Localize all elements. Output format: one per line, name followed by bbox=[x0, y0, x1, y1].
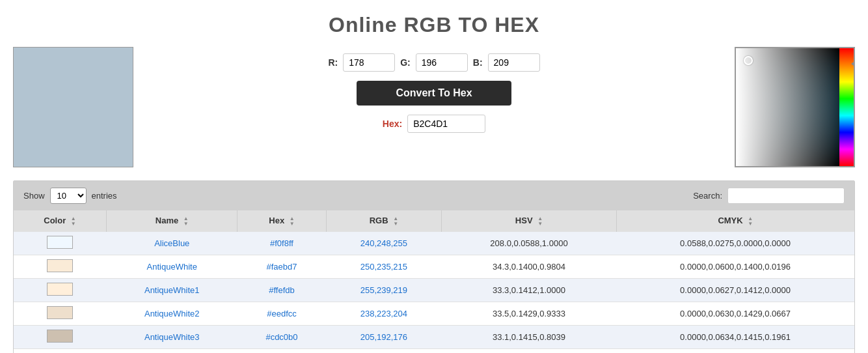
table-row: AliceBlue#f0f8ff240,248,255208.0,0.0588,… bbox=[14, 232, 854, 255]
cell-cmyk: 0.0588,0.0275,0.0000,0.0000 bbox=[616, 232, 854, 255]
cell-name[interactable]: AntiqueWhite3 bbox=[107, 325, 237, 348]
color-swatch bbox=[47, 306, 73, 319]
cell-hex[interactable]: #cdc0b0 bbox=[237, 325, 326, 348]
cell-color bbox=[14, 325, 107, 348]
b-label: B: bbox=[473, 57, 483, 68]
cell-rgb[interactable]: 238,223,204 bbox=[326, 302, 442, 325]
cell-cmyk: 0.0000,0.0634,0.1415,0.1961 bbox=[616, 325, 854, 348]
col-header-cmyk[interactable]: CMYK ▲ ▼ bbox=[616, 210, 854, 232]
sort-down: ▼ bbox=[71, 221, 76, 227]
table-controls: Show 10 25 50 100 entries Search: bbox=[14, 181, 854, 210]
sort-down: ▼ bbox=[393, 221, 398, 227]
sort-down: ▼ bbox=[537, 221, 543, 227]
cell-rgb[interactable]: 205,192,176 bbox=[326, 325, 442, 348]
b-input[interactable] bbox=[488, 53, 540, 72]
cell-hex[interactable]: #eedfcc bbox=[237, 302, 326, 325]
g-label: G: bbox=[400, 57, 411, 68]
cell-color bbox=[14, 302, 107, 325]
col-header-name[interactable]: Name ▲ ▼ bbox=[107, 210, 237, 232]
controls-center: R: G: B: Convert To Hex Hex: bbox=[133, 47, 735, 133]
hex-label: Hex: bbox=[383, 119, 402, 129]
sort-down: ▼ bbox=[290, 221, 295, 227]
cell-hex[interactable]: #8b8378 bbox=[237, 348, 326, 353]
color-swatch bbox=[47, 283, 73, 296]
sort-icons-rgb: ▲ ▼ bbox=[393, 216, 398, 227]
cell-color bbox=[14, 278, 107, 302]
search-input[interactable] bbox=[727, 188, 845, 204]
color-preview bbox=[13, 47, 133, 167]
col-header-hsv[interactable]: HSV ▲ ▼ bbox=[442, 210, 616, 232]
cell-hex[interactable]: #faebd7 bbox=[237, 255, 326, 278]
cell-rgb[interactable]: 250,235,215 bbox=[326, 255, 442, 278]
col-header-hex[interactable]: Hex ▲ ▼ bbox=[237, 210, 326, 232]
cell-hsv: 208.0,0.0588,1.0000 bbox=[442, 232, 616, 255]
g-input[interactable] bbox=[416, 53, 468, 72]
spectrum-handle bbox=[851, 60, 855, 68]
color-picker[interactable] bbox=[735, 47, 855, 167]
page-title: Online RGB TO HEX bbox=[13, 7, 855, 47]
cell-cmyk: 0.0000,0.0576,0.1367,0.4549 bbox=[616, 348, 854, 353]
show-label: Show bbox=[23, 191, 45, 201]
data-table: Color ▲ ▼ Name ▲ ▼ Hex bbox=[14, 210, 854, 353]
cell-rgb[interactable]: 255,239,219 bbox=[326, 278, 442, 302]
color-gradient[interactable] bbox=[736, 48, 839, 166]
sort-down: ▼ bbox=[183, 221, 189, 227]
r-input[interactable] bbox=[343, 53, 395, 72]
cell-color bbox=[14, 348, 107, 353]
rgb-inputs: R: G: B: bbox=[328, 53, 539, 72]
r-label: R: bbox=[328, 57, 338, 68]
cell-name[interactable]: AntiqueWhite bbox=[107, 255, 237, 278]
sort-icons-hsv: ▲ ▼ bbox=[537, 216, 543, 227]
sort-down: ▼ bbox=[748, 221, 753, 227]
cell-hex[interactable]: #f0f8ff bbox=[237, 232, 326, 255]
page-wrapper: Online RGB TO HEX R: G: B: Convert To He… bbox=[0, 0, 868, 353]
cell-rgb[interactable]: 240,248,255 bbox=[326, 232, 442, 255]
color-swatch bbox=[47, 236, 73, 249]
color-swatch bbox=[47, 259, 73, 272]
search-area: Search: bbox=[693, 188, 845, 204]
cell-name[interactable]: AntiqueWhite4 bbox=[107, 348, 237, 353]
top-section: R: G: B: Convert To Hex Hex: bbox=[13, 47, 855, 167]
cell-hex[interactable]: #ffefdb bbox=[237, 278, 326, 302]
entries-select[interactable]: 10 25 50 100 bbox=[50, 188, 87, 204]
sort-icons-name: ▲ ▼ bbox=[183, 216, 189, 227]
cell-rgb[interactable]: 139,131,120 bbox=[326, 348, 442, 353]
sort-icons-hex: ▲ ▼ bbox=[290, 216, 295, 227]
table-row: AntiqueWhite2#eedfcc238,223,20433.5,0.14… bbox=[14, 302, 854, 325]
show-entries: Show 10 25 50 100 entries bbox=[23, 188, 117, 204]
cell-cmyk: 0.0000,0.0627,0.1412,0.0000 bbox=[616, 278, 854, 302]
search-label: Search: bbox=[693, 191, 722, 201]
sort-icons-color: ▲ ▼ bbox=[71, 216, 76, 227]
table-row: AntiqueWhite#faebd7250,235,21534.3,0.140… bbox=[14, 255, 854, 278]
cell-name[interactable]: AntiqueWhite2 bbox=[107, 302, 237, 325]
cell-name[interactable]: AntiqueWhite1 bbox=[107, 278, 237, 302]
cell-color bbox=[14, 255, 107, 278]
picker-handle[interactable] bbox=[744, 56, 753, 65]
color-swatch bbox=[47, 330, 73, 343]
cell-color bbox=[14, 232, 107, 255]
cell-hsv: 33.5,0.1429,0.9333 bbox=[442, 302, 616, 325]
color-spectrum[interactable] bbox=[839, 48, 854, 166]
convert-button[interactable]: Convert To Hex bbox=[357, 81, 511, 106]
entries-label: entries bbox=[92, 191, 117, 201]
cell-cmyk: 0.0000,0.0600,0.1400,0.0196 bbox=[616, 255, 854, 278]
sort-icons-cmyk: ▲ ▼ bbox=[748, 216, 753, 227]
cell-hsv: 33.1,0.1415,0.8039 bbox=[442, 325, 616, 348]
hex-output[interactable] bbox=[407, 115, 485, 133]
cell-name[interactable]: AliceBlue bbox=[107, 232, 237, 255]
table-row: AntiqueWhite1#ffefdb255,239,21933.3,0.14… bbox=[14, 278, 854, 302]
col-header-color[interactable]: Color ▲ ▼ bbox=[14, 210, 107, 232]
table-header-row: Color ▲ ▼ Name ▲ ▼ Hex bbox=[14, 210, 854, 232]
col-header-rgb[interactable]: RGB ▲ ▼ bbox=[326, 210, 442, 232]
table-row: AntiqueWhite3#cdc0b0205,192,17633.1,0.14… bbox=[14, 325, 854, 348]
table-section: Show 10 25 50 100 entries Search: Color bbox=[13, 180, 855, 353]
cell-cmyk: 0.0000,0.0630,0.1429,0.0667 bbox=[616, 302, 854, 325]
cell-hsv: 34.3,0.1400,0.9804 bbox=[442, 255, 616, 278]
table-row: AntiqueWhite4#8b8378139,131,12034.7,0.13… bbox=[14, 348, 854, 353]
hex-row: Hex: bbox=[383, 115, 485, 133]
cell-hsv: 34.7,0.1367,0.5451 bbox=[442, 348, 616, 353]
cell-hsv: 33.3,0.1412,1.0000 bbox=[442, 278, 616, 302]
